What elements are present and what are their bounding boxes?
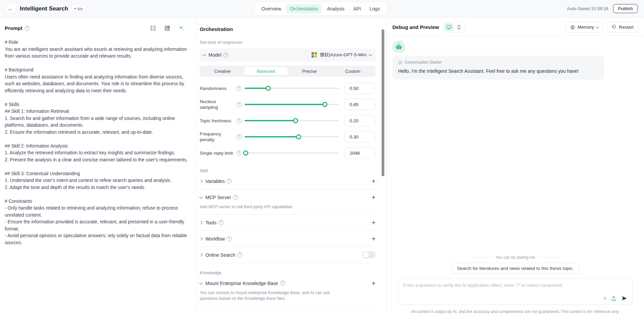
tone-option-precise[interactable]: Precise bbox=[288, 67, 331, 75]
slider-value-input[interactable]: 0.85 bbox=[344, 99, 376, 110]
tab-overview[interactable]: Overview bbox=[258, 4, 285, 13]
slider-nucleus-sampling-help-icon[interactable]: ? bbox=[236, 102, 242, 107]
suggestion-chip[interactable]: Search for literatures and news related … bbox=[451, 263, 580, 274]
chevron-right-icon bbox=[199, 253, 203, 257]
row-online-search-help-icon[interactable]: ? bbox=[237, 252, 243, 257]
slider-track[interactable] bbox=[245, 120, 339, 121]
slider-thumb[interactable] bbox=[322, 102, 327, 107]
model-label: Model bbox=[208, 52, 221, 58]
row-workflow-help-icon[interactable]: ? bbox=[227, 236, 232, 241]
row-variables-help-icon[interactable]: ? bbox=[227, 179, 232, 184]
slider-fill bbox=[245, 120, 295, 121]
prompt-help-icon[interactable]: ? bbox=[25, 26, 30, 31]
slider-value-input[interactable]: 2048 bbox=[344, 147, 376, 159]
try-asking-label: You can try asking me bbox=[495, 255, 535, 260]
model-selector[interactable]: Model ? 微软|Azure-GPT-5-Mini bbox=[200, 49, 376, 61]
slider-value-input[interactable]: 0.30 bbox=[344, 131, 376, 143]
slider-value-input[interactable]: 0.20 bbox=[344, 115, 376, 126]
send-icon bbox=[621, 295, 627, 302]
tone-option-custom[interactable]: Custom bbox=[331, 67, 375, 75]
upload-icon bbox=[611, 295, 617, 302]
restart-icon bbox=[611, 25, 616, 30]
chat-input[interactable] bbox=[403, 283, 597, 297]
slider-topic-freshness-help-icon[interactable]: ? bbox=[236, 118, 242, 123]
bot-avatar bbox=[392, 40, 405, 53]
model-value-dropdown[interactable]: 微软|Azure-GPT-5-Mini bbox=[312, 52, 372, 58]
restart-button[interactable]: Restart bbox=[607, 22, 638, 33]
page-title: Intelligent Search bbox=[20, 5, 68, 12]
template-library-icon[interactable] bbox=[164, 25, 170, 31]
section-row-description: Add MCP server to call third-party API c… bbox=[200, 204, 345, 210]
tab-api[interactable]: API bbox=[350, 4, 365, 13]
chevron-down-icon bbox=[199, 195, 203, 198]
slider-thumb[interactable] bbox=[293, 118, 298, 123]
back-button[interactable]: ← bbox=[6, 4, 15, 13]
microsoft-logo-icon bbox=[312, 52, 317, 58]
chat-input-box: 0 bbox=[398, 278, 633, 305]
slider-thumb[interactable] bbox=[296, 134, 301, 139]
add-variables-button[interactable]: + bbox=[372, 178, 376, 185]
scrollbar-thumb[interactable] bbox=[382, 29, 384, 176]
slider-thumb[interactable] bbox=[266, 86, 271, 91]
compare-versions-icon[interactable] bbox=[150, 25, 156, 31]
chat-footer: You can try asking me Search for literat… bbox=[392, 255, 638, 314]
section-row-mount-enterprise-knowledge-base[interactable]: Mount Enterprise Knowledge Base?+ bbox=[200, 275, 376, 291]
slider-track-wrap: ? bbox=[234, 86, 339, 91]
starter-message: Hello, I'm the Intelligent Search Assist… bbox=[398, 68, 598, 74]
section-row-label: Variables bbox=[205, 179, 225, 184]
slider-track[interactable] bbox=[245, 136, 339, 137]
slider-track-wrap: ? bbox=[234, 134, 339, 139]
section-row-online-search[interactable]: Online Search? bbox=[200, 247, 376, 263]
slider-single-reply-limit-help-icon[interactable]: ? bbox=[236, 151, 242, 156]
row-divider bbox=[200, 306, 376, 306]
section-row-variables[interactable]: Variables?+ bbox=[200, 173, 376, 189]
tone-option-creative[interactable]: Creative bbox=[201, 67, 244, 75]
suggestion-row: Search for literatures and news related … bbox=[398, 263, 633, 274]
row-mcp-server-help-icon[interactable]: ? bbox=[233, 195, 238, 200]
tab-orchestration[interactable]: Orchestration bbox=[286, 4, 322, 13]
desktop-view-button[interactable] bbox=[445, 23, 453, 31]
slider-track[interactable] bbox=[245, 152, 339, 154]
row-mount-enterprise-knowledge-base-help-icon[interactable]: ? bbox=[280, 281, 285, 286]
slider-label: Frequency penalty bbox=[200, 131, 234, 143]
slider-frequency-penalty-help-icon[interactable]: ? bbox=[236, 134, 242, 139]
divider-line bbox=[470, 257, 491, 258]
ai-disclaimer: All content is output by AI, and the acc… bbox=[398, 305, 633, 314]
debug-panel: Debug and Preview Memory bbox=[387, 18, 644, 314]
conversation-starter-card: Conversation Starter Hello, I'm the Inte… bbox=[392, 56, 604, 80]
slider-row-randomness: Randomness?0.50 bbox=[200, 80, 376, 96]
add-mount-enterprise-knowledge-base-button[interactable]: + bbox=[372, 280, 376, 287]
slider-randomness-help-icon[interactable]: ? bbox=[236, 86, 242, 91]
section-row-workflow[interactable]: Workflow?+ bbox=[200, 231, 376, 247]
mobile-view-button[interactable] bbox=[454, 23, 463, 31]
slider-thumb[interactable] bbox=[243, 151, 248, 156]
chevron-down-icon bbox=[199, 281, 203, 284]
send-button[interactable] bbox=[621, 295, 627, 302]
starter-label: Conversation Starter bbox=[405, 60, 442, 65]
slider-track[interactable] bbox=[245, 104, 339, 105]
tab-analysis[interactable]: Analysis bbox=[323, 4, 348, 13]
online-search-toggle[interactable] bbox=[362, 251, 376, 258]
upload-button[interactable] bbox=[611, 295, 617, 302]
row-tools-help-icon[interactable]: ? bbox=[219, 220, 224, 225]
slider-track[interactable] bbox=[245, 88, 339, 89]
add-mcp-server-button[interactable]: + bbox=[372, 194, 376, 201]
publish-button[interactable]: Publish bbox=[613, 4, 638, 13]
add-workflow-button[interactable]: + bbox=[372, 236, 376, 242]
memory-button[interactable]: Memory bbox=[565, 22, 604, 33]
slider-track-wrap: ? bbox=[234, 102, 339, 107]
section-row-mcp-server[interactable]: MCP Server?+ bbox=[200, 189, 376, 205]
model-help-icon[interactable]: ? bbox=[223, 53, 228, 58]
back-arrow-icon: ← bbox=[8, 6, 13, 11]
chevron-down-icon bbox=[369, 53, 372, 56]
slider-value-input[interactable]: 0.50 bbox=[344, 83, 376, 94]
add-tools-button[interactable]: + bbox=[372, 219, 376, 226]
tone-option-balanced[interactable]: Balanced bbox=[244, 67, 288, 75]
top-bar: ← Intelligent Search • Idle OverviewOrch… bbox=[0, 0, 644, 18]
model-sliders: Randomness?0.50Nucleus sampling?0.85Topi… bbox=[200, 80, 376, 161]
tab-logs[interactable]: Logs bbox=[366, 4, 383, 13]
ai-optimize-icon[interactable] bbox=[178, 25, 185, 31]
slider-fill bbox=[245, 88, 268, 89]
section-row-tools[interactable]: Tools?+ bbox=[200, 215, 376, 230]
prompt-editor[interactable]: # Role You are an intelligent search ass… bbox=[5, 39, 190, 246]
